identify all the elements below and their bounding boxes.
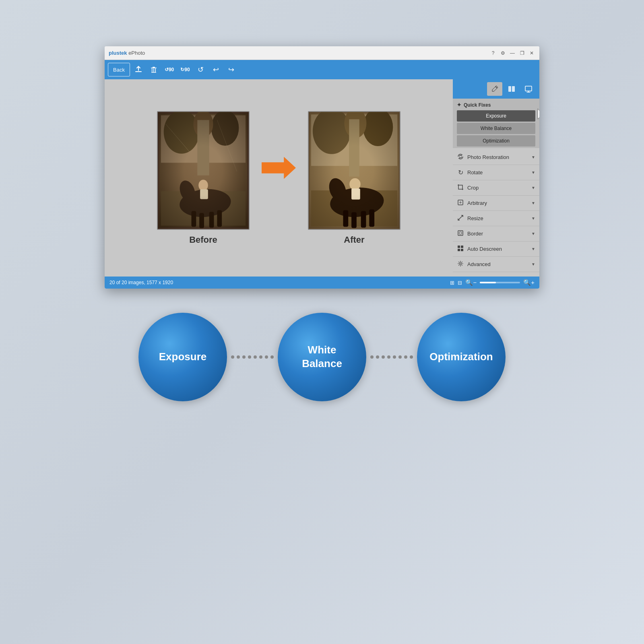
auto-descreen-icon [457, 245, 464, 253]
help-button[interactable]: ? [489, 50, 497, 57]
quick-fixes-header: ✦ Quick Fixes [457, 102, 535, 108]
maximize-button[interactable]: ❐ [518, 50, 526, 57]
svg-rect-46 [512, 86, 515, 92]
white-balance-button[interactable]: White Balance [457, 123, 535, 134]
resize-arrow: ▼ [531, 216, 535, 221]
upload-button[interactable] [132, 63, 145, 76]
dotted-connector-2 [370, 355, 413, 359]
svg-rect-1 [151, 68, 157, 68]
dot-12 [387, 355, 390, 359]
edit-tab[interactable] [487, 82, 502, 96]
zoom-out-icon[interactable]: 🔍− [465, 279, 477, 286]
arbitrary-arrow: ▼ [531, 201, 535, 205]
delete-button[interactable] [147, 63, 161, 76]
panel-item-auto-descreen[interactable]: Auto Descreen ▼ [453, 242, 539, 257]
rotate-icon: ↻ [457, 169, 464, 176]
dot-7 [265, 355, 268, 359]
compare-tab[interactable] [504, 82, 519, 96]
panel-item-arbitrary[interactable]: Arbitrary ▼ [453, 196, 539, 211]
before-label: Before [189, 235, 217, 245]
export-tab[interactable] [521, 82, 536, 96]
exposure-circle-item: Exposure [138, 313, 227, 401]
advanced-label: Advanced [467, 261, 528, 267]
before-panel: Before [157, 111, 250, 245]
app-logo: plustek ePhoto [109, 50, 489, 56]
grid-view-icon[interactable]: ⊟ [458, 280, 462, 286]
panel-item-resize[interactable]: Resize ▼ [453, 211, 539, 226]
rotate-label: Rotate [467, 169, 528, 175]
svg-rect-51 [459, 232, 462, 234]
exposure-button[interactable]: Exposure [457, 110, 535, 122]
dot-3 [242, 355, 246, 359]
dot-9 [370, 355, 374, 359]
canvas-area: Before [105, 79, 453, 277]
svg-rect-26 [158, 112, 249, 229]
optimization-circle-label: Optimization [425, 346, 497, 368]
undo-button[interactable]: ↩ [209, 63, 223, 76]
panel-item-advanced[interactable]: Advanced ▼ [453, 257, 539, 272]
dot-16 [410, 355, 413, 359]
window-controls: ? ⚙ — ❐ ✕ [489, 50, 535, 57]
optimization-circle[interactable]: Optimization [417, 313, 506, 401]
svg-rect-5 [155, 68, 156, 72]
svg-rect-54 [458, 249, 460, 251]
resize-icon [457, 215, 464, 222]
after-label: After [344, 235, 364, 245]
zoom-controls: ⊞ ⊟ 🔍− 🔍+ [450, 279, 535, 286]
rotate-cw-90-button[interactable]: ↻90 [178, 63, 192, 76]
exposure-circle-label: Exposure [155, 346, 211, 368]
bottom-workflow-section: Exposure White Balance Optimization [105, 313, 539, 401]
optimization-button[interactable]: Optimization [457, 135, 535, 147]
panel-item-photo-restoration[interactable]: Photo Restoration ▼ [453, 150, 539, 165]
zoom-slider-track [480, 282, 496, 283]
dot-15 [404, 355, 407, 359]
zoom-in-icon[interactable]: 🔍+ [523, 279, 535, 286]
back-button[interactable]: Back [108, 63, 130, 76]
svg-rect-44 [309, 112, 400, 229]
svg-rect-50 [458, 231, 463, 235]
refresh-button[interactable]: ↺ [194, 63, 208, 76]
svg-rect-55 [461, 249, 463, 251]
crop-label: Crop [467, 185, 528, 191]
auto-descreen-label: Auto Descreen [467, 246, 528, 252]
close-button[interactable]: ✕ [528, 50, 535, 57]
arbitrary-label: Arbitrary [467, 200, 528, 206]
redo-button[interactable]: ↪ [225, 63, 238, 76]
dot-11 [382, 355, 385, 359]
panel-item-rotate[interactable]: ↻ Rotate ▼ [453, 165, 539, 180]
photo-restoration-label: Photo Restoration [467, 154, 528, 160]
svg-rect-45 [508, 86, 511, 92]
panel-items-list: Photo Restoration ▼ ↻ Rotate ▼ Cro [453, 148, 539, 277]
white-balance-circle[interactable]: White Balance [278, 313, 366, 401]
arbitrary-icon [457, 199, 464, 207]
settings-button[interactable]: ⚙ [499, 50, 506, 57]
compare-view-icon[interactable]: ⊞ [450, 280, 454, 286]
arrow-shape [262, 157, 296, 179]
dot-6 [259, 355, 262, 359]
image-info: 20 of 20 images, 1577 x 1920 [109, 280, 173, 285]
dot-13 [393, 355, 396, 359]
main-content: Before [105, 79, 539, 277]
advanced-icon [457, 260, 464, 268]
app-title: plustek ePhoto [109, 50, 145, 56]
svg-rect-6 [151, 72, 156, 73]
rotate-ccw-90-button[interactable]: ↺90 [162, 63, 176, 76]
svg-rect-53 [461, 246, 463, 248]
exposure-circle[interactable]: Exposure [138, 313, 227, 401]
svg-rect-4 [153, 68, 154, 72]
panel-item-crop[interactable]: Crop ▼ [453, 180, 539, 196]
panel-item-border[interactable]: Border ▼ [453, 226, 539, 242]
right-panel: ✦ Quick Fixes Exposure White Balance Opt… [453, 79, 539, 277]
minimize-button[interactable]: — [509, 50, 516, 57]
rotate-arrow: ▼ [531, 170, 535, 175]
dot-4 [248, 355, 251, 359]
border-arrow: ▼ [531, 231, 535, 236]
auto-descreen-arrow: ▼ [531, 247, 535, 251]
zoom-slider[interactable] [480, 282, 520, 283]
quick-fixes-title: Quick Fixes [464, 102, 491, 108]
svg-rect-52 [458, 246, 460, 248]
after-panel: After [308, 111, 400, 245]
dot-10 [376, 355, 379, 359]
crop-icon [457, 184, 464, 192]
svg-rect-2 [153, 67, 155, 68]
